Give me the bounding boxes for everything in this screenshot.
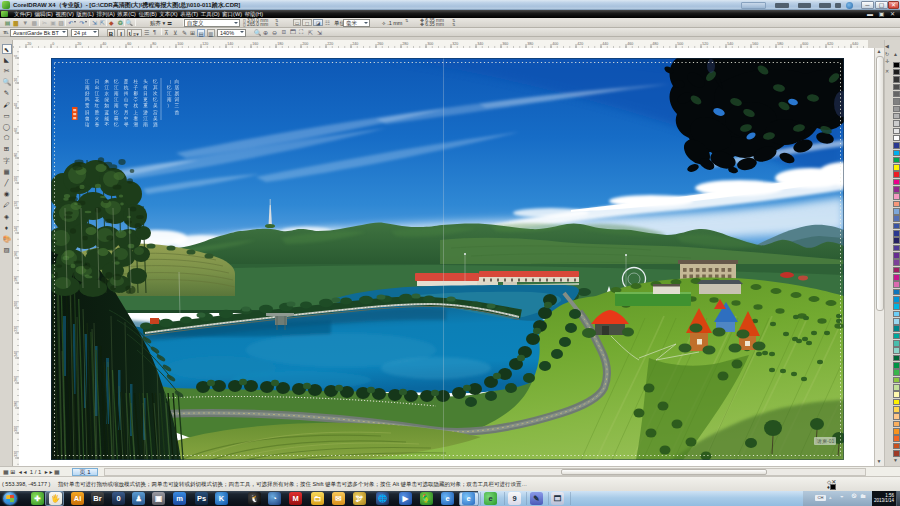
svg-text:340: 340: [477, 42, 483, 46]
svg-text:140: 140: [14, 226, 18, 232]
svg-text:100: 100: [177, 42, 183, 46]
svg-text:忆江南江南忆最忆: 忆江南江南忆最忆: [113, 79, 119, 127]
svg-text:300: 300: [14, 426, 18, 432]
svg-text:320: 320: [14, 451, 18, 457]
svg-text:280: 280: [14, 401, 18, 407]
svg-text:40: 40: [14, 103, 18, 107]
svg-text:440: 440: [602, 42, 608, 46]
svg-text:40: 40: [102, 42, 106, 46]
svg-text:640: 640: [852, 42, 858, 46]
svg-text:600: 600: [802, 42, 808, 46]
svg-text:80: 80: [14, 153, 18, 157]
svg-text:桂子郡亭枕上看潮: 桂子郡亭枕上看潮: [134, 79, 139, 127]
svg-text:（忆江南）: （忆江南）: [166, 79, 172, 108]
svg-text:240: 240: [14, 351, 18, 357]
svg-text:20: 20: [14, 78, 18, 82]
svg-text:0: 0: [14, 55, 18, 57]
svg-text:560: 560: [752, 42, 758, 46]
svg-text:头何日更重游江南: 头何日更重游江南: [142, 79, 148, 127]
svg-text:80: 80: [152, 42, 156, 46]
svg-text:320: 320: [452, 42, 458, 46]
svg-text:260: 260: [377, 42, 383, 46]
svg-text:100: 100: [14, 176, 18, 182]
svg-text:380: 380: [527, 42, 533, 46]
svg-text:江南好风景旧曾谙: 江南好风景旧曾谙: [84, 79, 90, 128]
svg-text:220: 220: [327, 42, 333, 46]
svg-text:20: 20: [77, 42, 81, 46]
svg-text:忆其次忆吴宫吴酒: 忆其次忆吴宫吴酒: [152, 79, 158, 128]
svg-text:240: 240: [352, 42, 358, 46]
svg-text:480: 480: [652, 42, 658, 46]
svg-text:420: 420: [577, 42, 583, 46]
svg-text:580: 580: [777, 42, 783, 46]
svg-text:400: 400: [552, 42, 558, 46]
svg-text:500: 500: [677, 42, 683, 46]
svg-text:200: 200: [14, 301, 18, 307]
svg-text:460: 460: [627, 42, 633, 46]
svg-text:620: 620: [827, 42, 833, 46]
svg-text:200: 200: [302, 42, 308, 46]
svg-text:180: 180: [277, 42, 283, 46]
svg-text:180: 180: [14, 276, 18, 282]
svg-text:日出江花红胜火春: 日出江花红胜火春: [94, 79, 100, 127]
svg-text:0: 0: [52, 42, 54, 46]
svg-text:220: 220: [14, 326, 18, 332]
svg-text:请柬-01: 请柬-01: [816, 438, 834, 444]
svg-text:120: 120: [14, 201, 18, 207]
svg-text:60: 60: [14, 128, 18, 132]
svg-text:20: 20: [27, 42, 31, 46]
svg-text:160: 160: [252, 42, 258, 46]
svg-text:是杭州山寺月中寻: 是杭州山寺月中寻: [124, 79, 129, 128]
svg-text:白居易词三首: 白居易词三首: [174, 79, 180, 115]
svg-text:280: 280: [402, 42, 408, 46]
svg-text:300: 300: [427, 42, 433, 46]
svg-text:260: 260: [14, 376, 18, 382]
svg-text:60: 60: [127, 42, 131, 46]
svg-text:520: 520: [702, 42, 708, 46]
svg-text:来江水绿如蓝能不: 来江水绿如蓝能不: [103, 79, 109, 127]
svg-text:140: 140: [227, 42, 233, 46]
svg-text:540: 540: [727, 42, 733, 46]
svg-text:120: 120: [202, 42, 208, 46]
svg-text:360: 360: [502, 42, 508, 46]
svg-text:160: 160: [14, 251, 18, 257]
